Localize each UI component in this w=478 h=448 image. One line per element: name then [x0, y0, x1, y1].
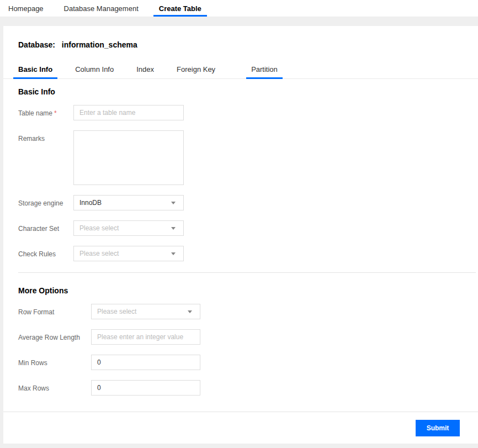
caret-down-icon	[171, 252, 176, 255]
more-options-section: More Options Row Format Please select Av…	[18, 286, 478, 396]
check-rules-select[interactable]: Please select	[73, 246, 184, 261]
remarks-label: Remarks	[18, 130, 73, 185]
character-set-placeholder: Please select	[79, 224, 119, 232]
tab-database-management[interactable]: Database Management	[59, 0, 144, 17]
storage-engine-select[interactable]: InnoDB	[73, 195, 184, 210]
min-rows-input[interactable]	[91, 355, 200, 370]
tab-index[interactable]: Index	[131, 65, 159, 78]
row-format-placeholder: Please select	[97, 308, 136, 315]
check-rules-label: Check Rules	[18, 246, 73, 261]
row-format-select[interactable]: Please select	[91, 304, 200, 319]
min-rows-row: Min Rows	[18, 355, 478, 370]
form-footer: Submit	[3, 412, 478, 444]
table-name-row: Table name*	[18, 105, 478, 120]
caret-down-icon	[171, 202, 176, 204]
basic-info-form: Basic Info Table name* Remarks Storage e…	[3, 79, 478, 412]
create-table-tab-bar: Basic Info Column Info Index Foreign Key…	[3, 65, 478, 79]
tab-homepage[interactable]: Homepage	[3, 0, 49, 17]
min-rows-label: Min Rows	[18, 355, 91, 370]
tab-basic-info[interactable]: Basic Info	[13, 65, 57, 78]
tab-foreign-key[interactable]: Foreign Key	[172, 65, 220, 78]
character-set-select[interactable]: Please select	[73, 220, 184, 236]
database-name: information_schema	[62, 40, 137, 49]
character-set-label: Character Set	[18, 220, 73, 236]
remarks-textarea[interactable]	[73, 130, 184, 185]
average-row-length-label: Average Row Length	[18, 329, 91, 345]
max-rows-row: Max Rows	[18, 380, 478, 396]
check-rules-row: Check Rules Please select	[18, 246, 478, 261]
max-rows-input[interactable]	[91, 380, 200, 396]
create-table-panel: Database: information_schema Basic Info …	[3, 26, 478, 444]
submit-button[interactable]: Submit	[416, 420, 460, 436]
required-asterisk: *	[54, 109, 57, 117]
table-name-label: Table name*	[18, 105, 73, 120]
average-row-length-input[interactable]	[91, 329, 200, 345]
database-header: Database: information_schema	[3, 26, 478, 49]
check-rules-placeholder: Please select	[79, 250, 119, 257]
basic-info-heading: Basic Info	[18, 87, 478, 96]
storage-engine-row: Storage engine InnoDB	[18, 195, 478, 210]
storage-engine-label: Storage engine	[18, 195, 73, 210]
remarks-row: Remarks	[18, 130, 478, 185]
tab-create-table[interactable]: Create Table	[153, 0, 207, 17]
row-format-row: Row Format Please select	[18, 304, 478, 319]
tab-column-info[interactable]: Column Info	[70, 65, 119, 78]
tab-partition[interactable]: Partition	[246, 65, 283, 78]
character-set-row: Character Set Please select	[18, 220, 478, 236]
section-divider	[18, 272, 476, 273]
max-rows-label: Max Rows	[18, 380, 91, 396]
storage-engine-value: InnoDB	[79, 199, 102, 207]
more-options-heading: More Options	[18, 286, 478, 295]
average-row-length-row: Average Row Length	[18, 329, 478, 345]
database-label: Database:	[18, 40, 55, 49]
table-name-input[interactable]	[73, 105, 184, 120]
row-format-label: Row Format	[18, 304, 91, 319]
caret-down-icon	[171, 227, 176, 230]
caret-down-icon	[188, 310, 192, 313]
top-tab-bar: Homepage Database Management Create Tabl…	[0, 0, 478, 17]
